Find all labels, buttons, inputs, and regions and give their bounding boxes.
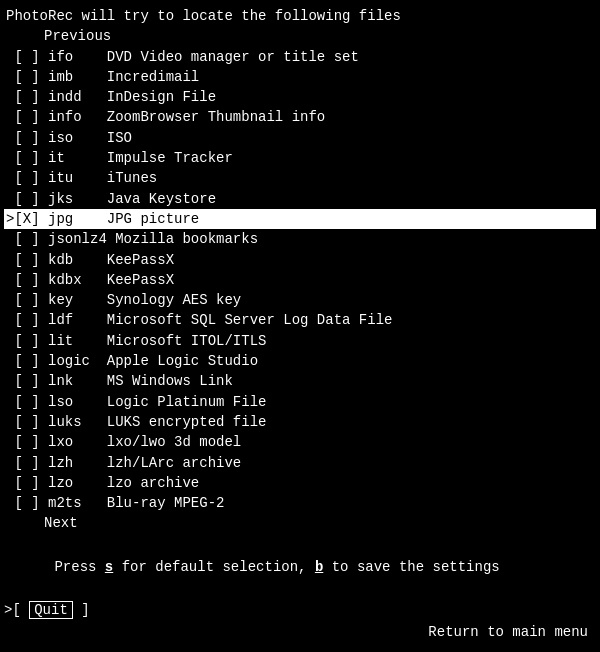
list-item[interactable]: [ ] kdb KeePassX [4,250,596,270]
list-item[interactable]: [ ] indd InDesign File [4,87,596,107]
list-item[interactable]: >[X] jpg JPG picture [4,209,596,229]
header-line: PhotoRec will try to locate the followin… [4,6,596,26]
list-item[interactable]: [ ] lit Microsoft ITOL/ITLS [4,331,596,351]
return-line: Return to main menu [4,621,596,643]
key-s: s [105,559,113,575]
list-item[interactable]: [ ] ldf Microsoft SQL Server Log Data Fi… [4,310,596,330]
quit-button[interactable]: Quit [29,601,73,619]
quit-suffix: ] [73,599,90,621]
list-item[interactable]: [ ] itu iTunes [4,168,596,188]
list-item[interactable]: [ ] lxo lxo/lwo 3d model [4,432,596,452]
list-item[interactable]: [ ] ifo DVD Video manager or title set [4,47,596,67]
press-text-2: for default selection, [113,559,315,575]
quit-prefix: >[ [4,599,29,621]
list-item[interactable]: [ ] m2ts Blu-ray MPEG-2 [4,493,596,513]
list-item[interactable]: [ ] lzo lzo archive [4,473,596,493]
list-item[interactable]: [ ] lzh lzh/LArc archive [4,453,596,473]
terminal-container: PhotoRec will try to locate the followin… [0,0,600,652]
list-item[interactable]: [ ] lnk MS Windows Link [4,371,596,391]
list-item[interactable]: [ ] iso ISO [4,128,596,148]
list-item[interactable]: [ ] it Impulse Tracker [4,148,596,168]
press-instructions: Press s for default selection, b to save… [4,536,596,599]
press-text-1: Press [54,559,104,575]
list-item[interactable]: [ ] logic Apple Logic Studio [4,351,596,371]
list-item[interactable]: [ ] lso Logic Platinum File [4,392,596,412]
list-item[interactable]: [ ] luks LUKS encrypted file [4,412,596,432]
quit-row: >[ Quit ] [4,599,596,621]
list-item[interactable]: [ ] jsonlz4 Mozilla bookmarks [4,229,596,249]
list-item[interactable]: [ ] imb Incredimail [4,67,596,87]
list-item[interactable]: [ ] info ZoomBrowser Thumbnail info [4,107,596,127]
list-item[interactable]: [ ] jks Java Keystore [4,189,596,209]
next-nav[interactable]: Next [4,513,596,533]
previous-nav[interactable]: Previous [4,26,596,46]
list-item[interactable]: [ ] key Synology AES key [4,290,596,310]
press-text-3: to save the settings [323,559,499,575]
list-item[interactable]: [ ] kdbx KeePassX [4,270,596,290]
